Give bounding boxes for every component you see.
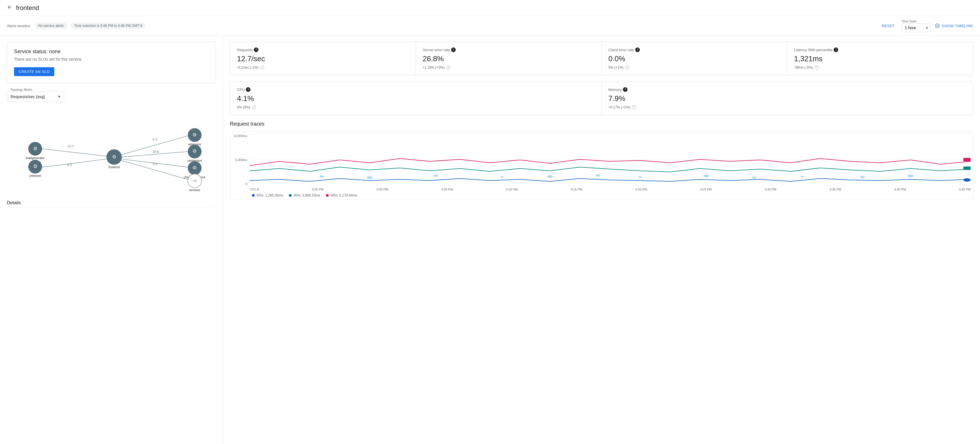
- memory-card: Memory ? 7.9% +0.17% (+2%) ?: [601, 81, 973, 115]
- node-cartservice[interactable]: ⚙ cartservice: [187, 145, 202, 163]
- server-error-change-help[interactable]: ?: [446, 65, 450, 70]
- details-title: Details: [7, 200, 216, 208]
- legend-50pct: 50%: 1,295.36ms: [252, 193, 283, 197]
- scatter-dot: [800, 176, 804, 177]
- requests-help-icon[interactable]: ?: [254, 48, 258, 52]
- traces-svg: [250, 134, 970, 186]
- node-unknown[interactable]: ⚙ unknown: [28, 160, 42, 178]
- scatter-dot: [638, 176, 642, 178]
- client-error-change-help[interactable]: ?: [625, 65, 629, 70]
- requests-header: Requests ?: [237, 48, 409, 52]
- y-max-label: 10,000ms: [234, 134, 247, 137]
- memory-help-icon[interactable]: ?: [623, 87, 627, 92]
- left-panel: Service status: none There are no SLOs s…: [0, 36, 223, 444]
- topology-svg: 12.7 0.0 5.3 10.6 0.5 - ⚙ loadgenerator …: [7, 106, 216, 192]
- latency-label: Latency 50th percentile: [794, 48, 832, 52]
- svg-text:loadgenerator: loadgenerator: [26, 156, 45, 160]
- edge-label-loadgen: 12.7: [67, 144, 74, 148]
- edge-label-checkout: 0.5: [153, 162, 157, 166]
- svg-text:⚙: ⚙: [33, 163, 37, 169]
- svg-text:⚙: ⚙: [192, 165, 197, 171]
- traces-legend: 50%: 1,295.36ms 95%: 3,888.53ms 99%: 6,1…: [252, 193, 970, 197]
- line-50pct: [250, 179, 970, 181]
- svg-text:frontend: frontend: [109, 165, 120, 169]
- line-99pct: [250, 158, 970, 166]
- legend-95pct: 95%: 3,888.53ms: [289, 193, 320, 197]
- node-frontend[interactable]: ⚙ frontend: [107, 149, 122, 169]
- svg-text:⚙: ⚙: [112, 154, 116, 160]
- x-label-9: 4:35 PM: [829, 188, 841, 191]
- x-label-1: 3:55 PM: [312, 188, 324, 191]
- requests-card: Requests ? 12.7/sec -0.1/sec (-1%) ?: [230, 42, 416, 75]
- node-plus5[interactable]: +5 services: [188, 174, 202, 192]
- legend-99pct: 99%: 6,179.84ms: [326, 193, 357, 197]
- edge-label-plus5: -: [153, 171, 154, 174]
- timespan-container: Time Span 1 hour 6 hours 24 hours 7 days…: [902, 19, 930, 32]
- node-loadgenerator[interactable]: ⚙ loadgenerator: [26, 142, 45, 160]
- legend-label-99: 99%: 6,179.84ms: [331, 193, 357, 197]
- timespan-wrapper: Time Span 1 hour 6 hours 24 hours 7 days…: [902, 19, 935, 32]
- topology-metric-value: Requests/sec (avg): [11, 94, 56, 99]
- create-slo-button[interactable]: CREATE AN SLO: [14, 67, 54, 76]
- svg-text:unknown: unknown: [29, 174, 41, 177]
- timespan-select[interactable]: 1 hour 6 hours 24 hours 7 days: [902, 24, 930, 32]
- y-mid-label: 5,000ms: [235, 158, 247, 161]
- memory-value: 7.9%: [608, 94, 966, 103]
- scatter-dot: [319, 176, 324, 178]
- client-error-help-icon[interactable]: ?: [635, 48, 640, 52]
- svg-text:⚙: ⚙: [33, 145, 37, 151]
- cpu-memory-grid: CPU ? 4.1% 0% (0%) ? Memory ? 7.9% +0.17…: [230, 81, 973, 115]
- cpu-change-help[interactable]: ?: [252, 105, 256, 109]
- requests-change-help[interactable]: ?: [260, 65, 264, 70]
- back-button[interactable]: [7, 4, 13, 11]
- server-error-help-icon[interactable]: ?: [451, 48, 456, 52]
- svg-text:⚙: ⚙: [192, 149, 197, 154]
- topology-metric-label: Topology Metric: [9, 88, 33, 91]
- server-error-change-text: +1.28% (+5%): [423, 65, 445, 70]
- requests-change-text: -0.1/sec (-1%): [237, 65, 258, 70]
- service-status-title: Service status: none: [14, 49, 209, 54]
- timespan-select-container: 1 hour 6 hours 24 hours 7 days ▾: [902, 24, 930, 32]
- scatter-dot: [547, 175, 553, 178]
- x-axis-labels: UTC-8 3:55 PM 4:00 PM 4:05 PM 4:10 PM 4:…: [250, 188, 970, 191]
- x-label-8: 4:30 PM: [765, 188, 776, 191]
- memory-change-help[interactable]: ?: [632, 105, 636, 109]
- client-error-header: Client error rate ?: [608, 48, 780, 52]
- svg-text:services: services: [189, 188, 200, 192]
- x-label-6: 4:20 PM: [635, 188, 647, 191]
- memory-change-text: +0.17% (+2%): [608, 105, 630, 109]
- scatter-dot: [907, 174, 913, 177]
- server-error-card: Server error rate ? 26.8% +1.28% (+5%) ?: [416, 42, 602, 75]
- server-error-change: +1.28% (+5%) ?: [423, 65, 595, 70]
- legend-label-95: 95%: 3,888.53ms: [293, 193, 320, 197]
- legend-label-50: 50%: 1,295.36ms: [256, 193, 283, 197]
- memory-change: +0.17% (+2%) ?: [608, 105, 966, 109]
- topology-control-wrapper: Topology Metric Requests/sec (avg) ▾: [7, 90, 216, 102]
- show-timeline-button[interactable]: SHOW TIMELINE: [935, 23, 973, 28]
- details-section: Details: [7, 200, 216, 208]
- alerts-timeline-label: Alerts timeline: [7, 24, 30, 28]
- service-status-description: There are no SLOs set for this service.: [14, 57, 209, 62]
- memory-label: Memory: [608, 88, 622, 92]
- reset-button[interactable]: RESET: [881, 24, 895, 28]
- cpu-help-icon[interactable]: ?: [246, 87, 250, 92]
- marker-95: [963, 166, 970, 170]
- svg-text:⚙: ⚙: [192, 132, 197, 137]
- server-error-header: Server error rate ?: [423, 48, 595, 52]
- page-title: frontend: [16, 4, 39, 12]
- latency-card: Latency 50th percentile ? 1,321ms -68ms …: [788, 42, 973, 75]
- request-traces-section: Request traces 10,000ms 5,000ms 0: [230, 121, 973, 200]
- latency-change-help[interactable]: ?: [815, 65, 819, 70]
- node-adservice[interactable]: ⚙ adservice: [188, 128, 202, 146]
- topology-metric-selector[interactable]: Requests/sec (avg) ▾: [7, 91, 64, 102]
- x-label-11: 4:45 PM: [959, 188, 970, 191]
- service-status-card: Service status: none There are no SLOs s…: [7, 42, 216, 83]
- requests-change: -0.1/sec (-1%) ?: [237, 65, 409, 70]
- scatter-dot: [752, 177, 757, 179]
- show-timeline-label: SHOW TIMELINE: [942, 24, 973, 28]
- svg-text:+5: +5: [192, 179, 196, 182]
- latency-help-icon[interactable]: ?: [834, 48, 838, 52]
- topology-dropdown-arrow: ▾: [58, 94, 60, 99]
- legend-dot-95: [289, 194, 291, 197]
- legend-dot-50: [252, 194, 255, 197]
